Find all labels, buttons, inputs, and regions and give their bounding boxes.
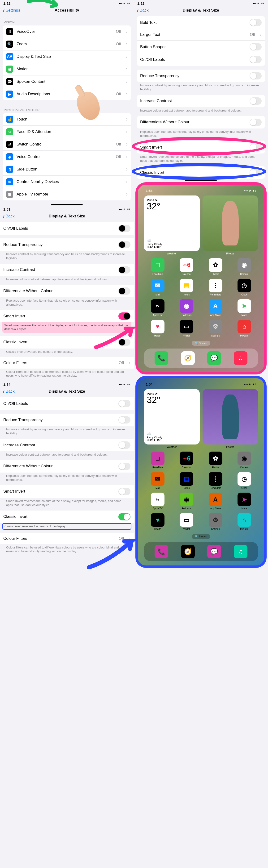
bold-text-toggle[interactable] xyxy=(249,19,262,26)
app-maps[interactable]: ➤Maps xyxy=(232,493,257,510)
dock-app[interactable]: 💬 xyxy=(207,545,221,558)
spoken-content-row[interactable]: 💬 Spoken Content xyxy=(3,75,131,88)
smart-invert-row[interactable]: Smart Invert xyxy=(0,485,134,498)
rt-toggle[interactable] xyxy=(118,241,130,248)
app-settings[interactable]: ⚙Settings xyxy=(203,513,228,530)
app-clock[interactable]: ◷Clock xyxy=(232,279,257,296)
app-wallet[interactable]: ▭Wallet xyxy=(174,320,199,337)
onoff-labels-row[interactable]: On/Off Labels xyxy=(0,397,134,410)
ic-toggle[interactable] xyxy=(249,97,262,105)
faceid-row[interactable]: ☺ Face ID & Attention xyxy=(3,126,131,138)
differentiate-colour-row[interactable]: Differentiate Without Colour xyxy=(137,116,265,128)
differentiate-colour-row[interactable]: Differentiate Without Colour xyxy=(0,285,134,297)
dock-app[interactable]: 📞 xyxy=(155,351,168,365)
app-facetime[interactable]: □FaceTime xyxy=(145,258,170,275)
onoff-toggle[interactable] xyxy=(118,225,130,232)
smart-invert-row[interactable]: Smart Invert xyxy=(0,310,134,322)
home-indicator[interactable] xyxy=(51,204,83,206)
onoff-labels-row[interactable]: On/Off Labels xyxy=(0,222,134,235)
increase-contrast-row[interactable]: Increase Contrast xyxy=(0,439,134,451)
back-button[interactable]: Back xyxy=(2,389,15,394)
dwc-toggle[interactable] xyxy=(118,463,130,470)
reduce-transparency-row[interactable]: Reduce Transparency xyxy=(0,413,134,426)
display-text-size-row[interactable]: AA Display & Text Size xyxy=(3,51,131,63)
nearby-row[interactable]: ⎚ Control Nearby Devices xyxy=(3,176,131,188)
app-maps[interactable]: ➤Maps xyxy=(232,299,257,316)
app-camera[interactable]: ◉Camera xyxy=(232,258,257,275)
app-mygate[interactable]: ⌂MyGate xyxy=(232,513,257,530)
dwc-toggle[interactable] xyxy=(249,119,262,126)
classic-invert-row[interactable]: Classic Invert xyxy=(0,510,134,523)
smart-invert-toggle[interactable] xyxy=(249,144,262,151)
button-shapes-row[interactable]: Button Shapes xyxy=(137,40,265,53)
back-button[interactable]: Settings xyxy=(2,8,20,13)
dock-app[interactable]: ♫ xyxy=(234,545,247,558)
search-pill[interactable]: 🔍 Search xyxy=(192,534,211,539)
app-apple-tv[interactable]: tvApple TV xyxy=(145,299,170,316)
touch-row[interactable]: ☝ Touch xyxy=(3,113,131,126)
dock-app[interactable]: 💬 xyxy=(207,351,221,365)
app-settings[interactable]: ⚙Settings xyxy=(203,320,228,337)
onoff-toggle[interactable] xyxy=(118,400,130,407)
app-reminders[interactable]: ⋮Reminders xyxy=(203,279,228,296)
app-camera[interactable]: ◉Camera xyxy=(232,452,257,469)
search-pill[interactable]: 🔍 Search xyxy=(192,341,211,346)
onoff-toggle[interactable] xyxy=(249,56,262,63)
app-clock[interactable]: ◷Clock xyxy=(232,472,257,489)
app-wallet[interactable]: ▭Wallet xyxy=(174,513,199,530)
audio-descriptions-row[interactable]: ▶ Audio Descriptions Off xyxy=(3,88,131,100)
bold-text-row[interactable]: Bold Text xyxy=(137,16,265,29)
smart-invert-toggle[interactable] xyxy=(118,312,130,320)
app-calendar[interactable]: MON6Calendar xyxy=(174,452,199,469)
motion-row[interactable]: ◉ Motion xyxy=(3,63,131,75)
increase-contrast-row[interactable]: Increase Contrast xyxy=(137,95,265,107)
app-mail[interactable]: ✉Mail xyxy=(145,472,170,489)
app-notes[interactable]: ▤Notes xyxy=(174,279,199,296)
zoom-row[interactable]: 🔍 Zoom Off xyxy=(3,38,131,51)
app-photos[interactable]: ✿Photos xyxy=(203,452,228,469)
app-calendar[interactable]: MON6Calendar xyxy=(174,258,199,275)
app-reminders[interactable]: ⋮Reminders xyxy=(203,472,228,489)
app-apple-tv[interactable]: tvApple TV xyxy=(145,493,170,510)
larger-text-row[interactable]: Larger Text Off xyxy=(137,29,265,40)
back-button[interactable]: Back xyxy=(2,214,15,219)
onoff-labels-row[interactable]: On/Off Labels xyxy=(137,53,265,66)
differentiate-colour-row[interactable]: Differentiate Without Colour xyxy=(0,460,134,472)
dock-app[interactable]: 🧭 xyxy=(181,545,195,558)
voiceover-row[interactable]: ⠿ VoiceOver Off xyxy=(3,26,131,38)
classic-invert-row[interactable]: Classic Invert xyxy=(137,166,265,179)
reduce-transparency-row[interactable]: Reduce Transparency xyxy=(137,69,265,82)
photos-widget[interactable] xyxy=(203,389,258,445)
weather-widget[interactable]: Pune ➤ 32° ☁️ Partly Cloudy H:33° L:15° xyxy=(144,389,200,445)
app-mygate[interactable]: ⌂MyGate xyxy=(232,320,257,337)
back-button[interactable]: Back xyxy=(136,8,149,13)
app-podcasts[interactable]: ◉Podcasts xyxy=(174,493,199,510)
app-photos[interactable]: ✿Photos xyxy=(203,258,228,275)
voice-control-row[interactable]: ◈ Voice Control Off xyxy=(3,151,131,163)
home-indicator[interactable] xyxy=(185,180,217,181)
app-app-store[interactable]: AApp Store xyxy=(203,493,228,510)
reduce-transparency-row[interactable]: Reduce Transparency xyxy=(0,239,134,251)
apple-tv-remote-row[interactable]: ▣ Apple TV Remote xyxy=(3,188,131,200)
ic-toggle[interactable] xyxy=(118,441,130,449)
button-shapes-toggle[interactable] xyxy=(249,43,262,51)
app-notes[interactable]: ▤Notes xyxy=(174,472,199,489)
rt-toggle[interactable] xyxy=(118,416,130,424)
dock-app[interactable]: 🧭 xyxy=(181,351,195,365)
app-facetime[interactable]: □FaceTime xyxy=(145,452,170,469)
classic-invert-toggle[interactable] xyxy=(249,169,262,176)
app-podcasts[interactable]: ◉Podcasts xyxy=(174,299,199,316)
ic-toggle[interactable] xyxy=(118,266,130,274)
colour-filters-row[interactable]: Colour Filters Off xyxy=(0,357,134,369)
smart-invert-row[interactable]: Smart Invert xyxy=(137,141,265,154)
app-health[interactable]: ♥Health xyxy=(145,513,170,530)
app-app-store[interactable]: AApp Store xyxy=(203,299,228,316)
dwc-toggle[interactable] xyxy=(118,287,130,295)
smart-invert-toggle[interactable] xyxy=(118,488,130,495)
side-button-row[interactable]: ▯ Side Button xyxy=(3,163,131,176)
increase-contrast-row[interactable]: Increase Contrast xyxy=(0,264,134,276)
app-health[interactable]: ♥Health xyxy=(145,320,170,337)
dock-app[interactable]: ♫ xyxy=(234,351,247,365)
rt-toggle[interactable] xyxy=(249,72,262,80)
weather-widget[interactable]: Pune ➤ 32° ☁️ Partly Cloudy H:33° L:15° xyxy=(144,195,200,251)
